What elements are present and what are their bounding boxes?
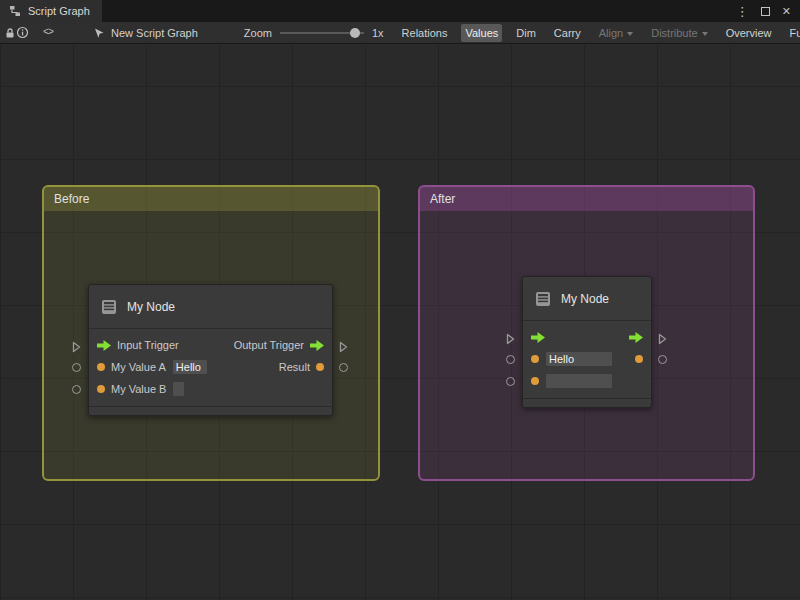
value-port-icon[interactable] <box>506 355 515 364</box>
values-button[interactable]: Values <box>461 24 502 42</box>
value-input[interactable] <box>545 351 613 367</box>
node-row <box>523 326 651 348</box>
node-footer <box>89 406 332 415</box>
flow-port-icon[interactable] <box>339 339 348 357</box>
graph-canvas[interactable]: Before After My Node <box>0 45 800 600</box>
node-icon <box>534 290 552 308</box>
node-title: My Node <box>127 300 175 314</box>
tab-script-graph[interactable]: Script Graph <box>0 0 102 22</box>
value-dot-icon[interactable] <box>531 355 539 363</box>
node-row: Input Trigger Output Trigger <box>89 334 332 356</box>
port-label: Result <box>279 361 310 373</box>
flow-arrow-icon[interactable] <box>629 332 643 343</box>
window-menu-icon[interactable]: ⋮ <box>736 4 749 19</box>
value-dot-icon[interactable] <box>97 385 105 393</box>
carry-button[interactable]: Carry <box>550 24 585 42</box>
zoom-value: 1x <box>372 27 384 39</box>
flow-arrow-icon[interactable] <box>97 340 111 351</box>
zoom-slider[interactable] <box>280 32 364 34</box>
node-rows: Input Trigger Output Trigger My Value A … <box>89 329 332 406</box>
align-button[interactable]: Align <box>595 24 637 42</box>
before-node-header[interactable]: My Node <box>89 285 332 329</box>
zoom-control: Zoom 1x <box>244 27 384 39</box>
value-input[interactable] <box>172 359 208 375</box>
node-rows <box>523 321 651 398</box>
zoom-slider-handle[interactable] <box>350 28 360 38</box>
value-port-icon[interactable] <box>506 377 515 386</box>
toolbar: <> New Script Graph Zoom 1x Relations Va… <box>0 22 800 44</box>
flow-arrow-icon[interactable] <box>310 340 324 351</box>
port-label: Output Trigger <box>234 339 304 351</box>
port-label: My Value A <box>111 361 166 373</box>
value-input[interactable] <box>545 373 613 389</box>
group-after-header[interactable]: After <box>420 187 753 211</box>
info-icon[interactable] <box>16 23 29 43</box>
port-label: My Value B <box>111 383 166 395</box>
group-after-title: After <box>430 192 455 206</box>
flow-port-icon[interactable] <box>72 339 81 357</box>
value-dot-icon[interactable] <box>97 363 105 371</box>
value-port-icon[interactable] <box>72 363 81 372</box>
lock-icon[interactable] <box>4 23 16 43</box>
after-node-header[interactable]: My Node <box>523 277 651 321</box>
overview-button[interactable]: Overview <box>722 24 776 42</box>
dim-button[interactable]: Dim <box>512 24 540 42</box>
node-row <box>523 348 651 370</box>
window-controls: ⋮ ✕ <box>736 0 800 22</box>
node-title: My Node <box>561 292 609 306</box>
after-node[interactable]: My Node <box>522 276 652 408</box>
port-label: Input Trigger <box>117 339 179 351</box>
toolbar-buttons: Relations Values Dim Carry Align Distrib… <box>398 24 800 42</box>
tab-bar: Script Graph ⋮ ✕ <box>0 0 800 22</box>
distribute-button[interactable]: Distribute <box>647 24 711 42</box>
close-icon[interactable]: ✕ <box>782 5 791 18</box>
flow-arrow-icon[interactable] <box>531 332 545 343</box>
node-row: My Value A Result <box>89 356 332 378</box>
node-icon <box>100 298 118 316</box>
zoom-label: Zoom <box>244 27 272 39</box>
node-footer <box>523 398 651 407</box>
value-input[interactable] <box>172 381 185 397</box>
flow-port-icon[interactable] <box>506 331 515 349</box>
group-before-title: Before <box>54 192 89 206</box>
pointer-icon <box>93 27 105 39</box>
code-icon[interactable]: <> <box>43 23 53 43</box>
flow-port-icon[interactable] <box>658 331 667 349</box>
value-dot-icon[interactable] <box>316 363 324 371</box>
tab-title: Script Graph <box>28 5 90 17</box>
relations-button[interactable]: Relations <box>398 24 452 42</box>
before-node[interactable]: My Node Input Trigger Output Trigger My … <box>88 284 333 416</box>
node-row <box>523 370 651 392</box>
node-row: My Value B <box>89 378 332 400</box>
value-port-icon[interactable] <box>658 355 667 364</box>
fullscreen-button[interactable]: Full Scr <box>786 24 800 42</box>
chevron-down-icon <box>627 32 633 36</box>
value-port-icon[interactable] <box>339 363 348 372</box>
graph-icon <box>8 4 22 18</box>
value-port-icon[interactable] <box>72 385 81 394</box>
graph-name: New Script Graph <box>111 27 198 39</box>
group-before-header[interactable]: Before <box>44 187 378 211</box>
value-dot-icon[interactable] <box>635 355 643 363</box>
value-dot-icon[interactable] <box>531 377 539 385</box>
chevron-down-icon <box>702 32 708 36</box>
maximize-icon[interactable] <box>761 7 770 16</box>
graph-breadcrumb[interactable]: New Script Graph <box>93 27 198 39</box>
